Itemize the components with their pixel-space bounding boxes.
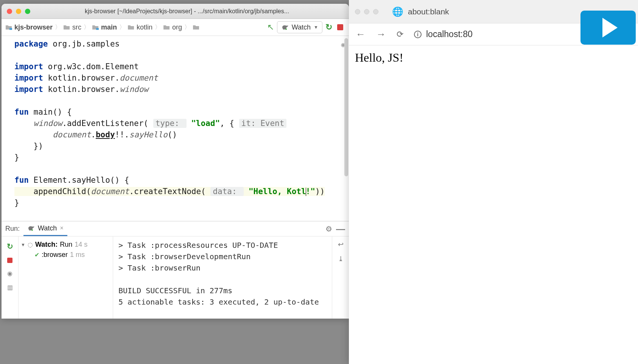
chevron-right-icon: 〉	[83, 23, 90, 31]
build-button[interactable]: ↖	[266, 22, 275, 32]
stop-button[interactable]	[335, 22, 345, 32]
run-panel-body: ↻ ◉ ▥ ▼ ◌ Watch: Run 14 s ✔ :brows	[2, 236, 349, 319]
rerun-icon: ↻	[325, 22, 332, 32]
svg-rect-1	[96, 28, 99, 30]
scrollbar-thumb[interactable]	[344, 38, 348, 176]
expand-arrow-icon[interactable]: ▼	[21, 242, 25, 247]
browser-tab-title[interactable]: about:blank	[408, 7, 449, 16]
hide-panel-button[interactable]: —	[336, 224, 345, 234]
reload-button[interactable]: ⟳	[397, 30, 403, 39]
run-config-selector[interactable]: Watch ▼	[277, 21, 322, 33]
forward-button[interactable]: →	[376, 28, 386, 40]
folder-icon	[163, 25, 170, 30]
svg-point-3	[31, 229, 33, 231]
chevron-right-icon: 〉	[154, 23, 162, 31]
folder-icon	[193, 25, 199, 30]
folder-icon	[63, 25, 70, 30]
chevron-right-icon: 〉	[54, 23, 62, 31]
run-label: Run:	[5, 225, 20, 233]
tree-child-row[interactable]: ✔ :browser 1 ms	[21, 250, 110, 260]
site-info-icon[interactable]: i	[414, 31, 422, 38]
ide-window: kjs-browser [~/IdeaProjects/kjs-browser]…	[2, 4, 349, 319]
svg-rect-0	[9, 28, 12, 30]
browser-window-controls	[355, 9, 378, 14]
code-editor[interactable]: ◉ package org.jb.samples import org.w3c.…	[2, 36, 349, 221]
run-left-toolbar: ↻ ◉ ▥	[2, 236, 19, 319]
stop-button[interactable]	[7, 258, 12, 263]
tree-root-row[interactable]: ▼ ◌ Watch: Run 14 s	[21, 240, 110, 250]
zoom-window-button[interactable]	[373, 9, 378, 14]
window-controls	[7, 9, 30, 14]
gradle-icon	[281, 24, 289, 30]
breadcrumb-kotlin[interactable]: kotlin	[128, 23, 152, 31]
svg-point-2	[285, 28, 287, 30]
zoom-window-button[interactable]	[25, 9, 30, 14]
source-code: package org.jb.samples import org.w3c.do…	[2, 36, 349, 211]
run-task-tree[interactable]: ▼ ◌ Watch: Run 14 s ✔ :browser 1 ms	[19, 236, 113, 319]
run-tab-watch[interactable]: Watch ×	[23, 221, 67, 236]
build-output[interactable]: > Task :processResources UP-TO-DATE > Ta…	[113, 236, 332, 319]
breadcrumb-main[interactable]: main	[92, 23, 117, 31]
page-text: Hello, JS!	[355, 51, 403, 64]
layout-button[interactable]: ▥	[7, 284, 13, 291]
soft-wrap-button[interactable]: ↩	[338, 240, 344, 249]
breadcrumb-org[interactable]: org	[163, 23, 182, 31]
settings-button[interactable]: ⚙	[325, 224, 332, 233]
stop-icon	[337, 24, 343, 30]
url-text: localhost:80	[426, 29, 473, 39]
back-button[interactable]: ←	[356, 28, 366, 40]
breadcrumb-src[interactable]: src	[63, 23, 81, 31]
run-tool-window: Run: Watch × ⚙ — ↻ ◉ ▥	[2, 221, 349, 319]
rerun-button[interactable]: ↻	[7, 242, 13, 251]
folder-icon	[128, 25, 134, 30]
scroll-end-button[interactable]: ⤓	[338, 255, 344, 263]
minimize-window-button[interactable]	[364, 9, 369, 14]
gradle-icon	[27, 225, 35, 231]
spinner-icon: ◌	[28, 241, 33, 248]
close-tab-button[interactable]: ×	[60, 225, 63, 232]
close-window-button[interactable]	[355, 9, 360, 14]
breadcrumb-more[interactable]	[193, 25, 199, 30]
close-window-button[interactable]	[7, 9, 12, 14]
rerun-button[interactable]: ↻	[324, 22, 334, 32]
chevron-right-icon: 〉	[184, 23, 191, 31]
window-title: kjs-browser [~/IdeaProjects/kjs-browser]…	[30, 8, 344, 15]
navigation-toolbar: kjs-browser 〉 src 〉 main 〉 kotlin 〉 org	[2, 19, 349, 36]
minimize-window-button[interactable]	[16, 9, 21, 14]
play-icon	[602, 18, 618, 37]
show-button[interactable]: ◉	[7, 270, 12, 277]
chevron-down-icon: ▼	[314, 25, 318, 30]
folder-icon	[5, 25, 12, 30]
breadcrumb-project[interactable]: kjs-browser	[5, 23, 53, 31]
run-right-toolbar: ↩ ⤓	[332, 236, 349, 319]
page-content: Hello, JS!	[349, 45, 638, 364]
folder-icon	[92, 25, 99, 30]
browser-window: 🌐 about:blank ← → ⟳ i localhost:80 Hello…	[349, 0, 638, 364]
chevron-right-icon: 〉	[118, 23, 126, 31]
ide-titlebar: kjs-browser [~/IdeaProjects/kjs-browser]…	[2, 4, 349, 19]
run-panel-header: Run: Watch × ⚙ —	[2, 221, 349, 236]
globe-icon: 🌐	[392, 6, 403, 17]
check-icon: ✔	[34, 251, 39, 258]
play-video-overlay[interactable]	[580, 11, 636, 45]
